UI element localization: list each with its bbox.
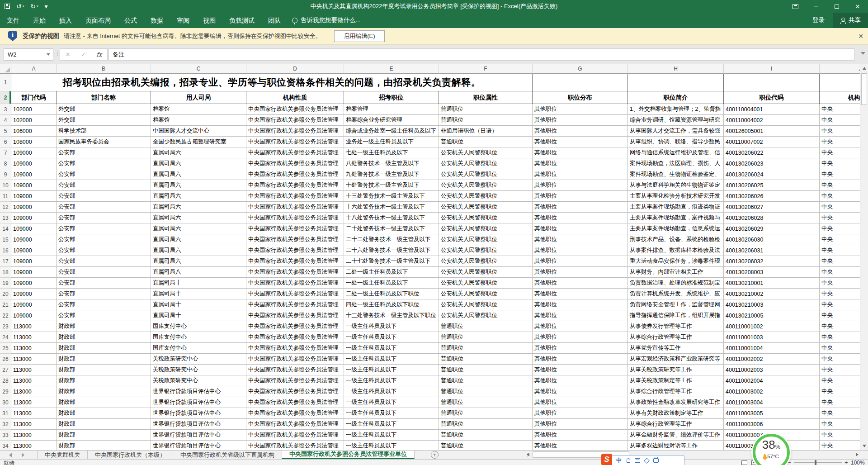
- cell[interactable]: 中央国家行政机关参照公务员法管理: [246, 332, 344, 343]
- horizontal-scrollbar[interactable]: [524, 451, 861, 459]
- cell[interactable]: 中央: [820, 126, 860, 137]
- keyboard-icon[interactable]: [635, 458, 640, 463]
- cell[interactable]: 刑事技术产品、设备、系统的检验检: [628, 234, 724, 245]
- ribbon-tab-9[interactable]: 团队: [261, 13, 288, 28]
- cell[interactable]: 国库支付中心: [151, 321, 246, 332]
- row-header-33[interactable]: 33: [0, 430, 11, 441]
- cell[interactable]: 一级主任科员及以下: [344, 397, 439, 408]
- cell[interactable]: 直属司局六: [151, 191, 246, 202]
- cell[interactable]: 其他职位: [533, 137, 628, 147]
- row-header-24[interactable]: 24: [0, 332, 11, 343]
- cell[interactable]: 其他职位: [533, 245, 628, 256]
- cell[interactable]: 直属司局六: [151, 223, 246, 234]
- cell[interactable]: 其他职位: [533, 299, 628, 310]
- cell[interactable]: 109000: [11, 180, 57, 191]
- cell[interactable]: 普通职位: [439, 137, 533, 147]
- row-header-10[interactable]: 10: [0, 180, 11, 191]
- cell[interactable]: 中央: [820, 289, 860, 299]
- cell[interactable]: 其他职位: [533, 332, 628, 343]
- cell[interactable]: 公安部: [57, 223, 151, 234]
- prev-sheet-icon[interactable]: [9, 453, 12, 457]
- cell[interactable]: 普通职位: [439, 419, 533, 430]
- cell[interactable]: 109000: [11, 278, 57, 289]
- cell[interactable]: 普通职位: [439, 441, 533, 450]
- zoom-slider-thumb[interactable]: [815, 460, 816, 465]
- cell[interactable]: 公安机关人民警察职位: [439, 202, 533, 213]
- cell[interactable]: 中央: [820, 310, 860, 321]
- cell[interactable]: 109000: [11, 267, 57, 278]
- cell[interactable]: 普通职位: [439, 397, 533, 408]
- cell[interactable]: 109000: [11, 289, 57, 299]
- cell[interactable]: 主要从事案件现场勘查，痕迹类物证: [628, 202, 724, 213]
- cell[interactable]: 108000: [11, 137, 57, 147]
- cell[interactable]: 其他职位: [533, 419, 628, 430]
- cell[interactable]: 案件现场勘查、生物物证检验鉴定、: [628, 169, 724, 180]
- share-button[interactable]: 共享: [833, 13, 868, 28]
- cell[interactable]: 全国少数民族古籍整理研究室: [151, 137, 246, 147]
- cell[interactable]: 109000: [11, 310, 57, 321]
- cell[interactable]: 113000: [11, 321, 57, 332]
- cell[interactable]: 十三处警务技术一级主管及以下: [344, 191, 439, 202]
- ribbon-tab-8[interactable]: 负载测试: [222, 13, 261, 28]
- cell[interactable]: 负责数据治理、处理的标准规范制定: [628, 278, 724, 289]
- cell[interactable]: 中央: [820, 397, 860, 408]
- cell[interactable]: 一级主任科员及以下: [344, 375, 439, 386]
- row-header-16[interactable]: 16: [0, 245, 11, 256]
- cell[interactable]: 十六处警务技术一级主管及以下: [344, 202, 439, 213]
- cell[interactable]: 中央: [820, 180, 860, 191]
- cell[interactable]: 其他职位: [533, 375, 628, 386]
- cell[interactable]: 400130206026: [724, 191, 820, 202]
- cell[interactable]: 主要从事案件现场勘查，信息系统运: [628, 223, 724, 234]
- cell[interactable]: 从事党务宣传等工作: [628, 343, 724, 354]
- cell[interactable]: 从事与法庭科学相关的生物物证鉴定: [628, 180, 724, 191]
- cell[interactable]: 中央国家行政机关参照公务员法管理: [246, 191, 344, 202]
- cell[interactable]: 公安部: [57, 299, 151, 310]
- close-button[interactable]: ✕: [847, 0, 868, 13]
- cell[interactable]: 财政部: [57, 354, 151, 365]
- row-header-20[interactable]: 20: [0, 289, 11, 299]
- cell[interactable]: 普通职位: [439, 408, 533, 419]
- cell[interactable]: 国库支付中心: [151, 332, 246, 343]
- cell[interactable]: 109000: [11, 213, 57, 223]
- cell[interactable]: 中央国家行政机关参照公务员法管理: [246, 343, 344, 354]
- cell[interactable]: 中央国家行政机关参照公务员法管理: [246, 223, 344, 234]
- cell[interactable]: 从事金融财务监管、绩效评价等工作: [628, 430, 724, 441]
- row-header-15[interactable]: 15: [0, 234, 11, 245]
- cell[interactable]: 关税政策研究中心: [151, 375, 246, 386]
- insert-function-icon[interactable]: fx: [96, 51, 102, 58]
- cell[interactable]: 400130206028: [724, 213, 820, 223]
- vertical-scrollbar[interactable]: [860, 64, 868, 450]
- header-cell[interactable]: 机构性质: [246, 91, 344, 104]
- column-header-C[interactable]: C: [151, 64, 246, 74]
- cell[interactable]: 其他职位: [533, 180, 628, 191]
- ime-toolbox-icon[interactable]: [653, 458, 659, 463]
- row-header-3[interactable]: 3: [0, 104, 11, 115]
- cell[interactable]: 109000: [11, 191, 57, 202]
- cell[interactable]: 二十七处警务技术一级主管及以下: [344, 256, 439, 267]
- cell[interactable]: 113000: [11, 441, 57, 450]
- ribbon-tab-1[interactable]: 开始: [26, 13, 52, 28]
- cell[interactable]: 直属司局六: [151, 147, 246, 158]
- cell[interactable]: 中央: [820, 115, 860, 126]
- microphone-icon[interactable]: [627, 458, 630, 463]
- cell[interactable]: 公安机关人民警察职位: [439, 245, 533, 256]
- cell[interactable]: 中央: [820, 430, 860, 441]
- cell[interactable]: 二十六处警务技术一级主管及以下: [344, 245, 439, 256]
- column-header-D[interactable]: D: [246, 64, 344, 74]
- row-header-4[interactable]: 4: [0, 115, 11, 126]
- scroll-down-button[interactable]: [860, 442, 868, 450]
- cell[interactable]: 负责网络安全管理工作，监督管理网: [628, 299, 724, 310]
- cell[interactable]: 中央: [820, 223, 860, 234]
- cell[interactable]: 400110001002: [724, 321, 820, 332]
- cell[interactable]: 档案馆: [151, 115, 246, 126]
- cell[interactable]: 其他职位: [533, 256, 628, 267]
- cell[interactable]: 公安机关人民警察职位: [439, 191, 533, 202]
- ime-chinese-mode-icon[interactable]: 中: [616, 456, 622, 465]
- cell[interactable]: 其他职位: [533, 267, 628, 278]
- cell[interactable]: 案件现场勘查，法医病理、损伤、人: [628, 158, 724, 169]
- cell[interactable]: 中央国家行政机关参照公务员法管理: [246, 213, 344, 223]
- cell[interactable]: 中央国家行政机关参照公务员法管理: [246, 104, 344, 115]
- cell[interactable]: 公安机关人民警察职位: [439, 289, 533, 299]
- cell[interactable]: 中央国家行政机关参照公务员法管理: [246, 441, 344, 450]
- column-header-I[interactable]: I: [724, 64, 820, 74]
